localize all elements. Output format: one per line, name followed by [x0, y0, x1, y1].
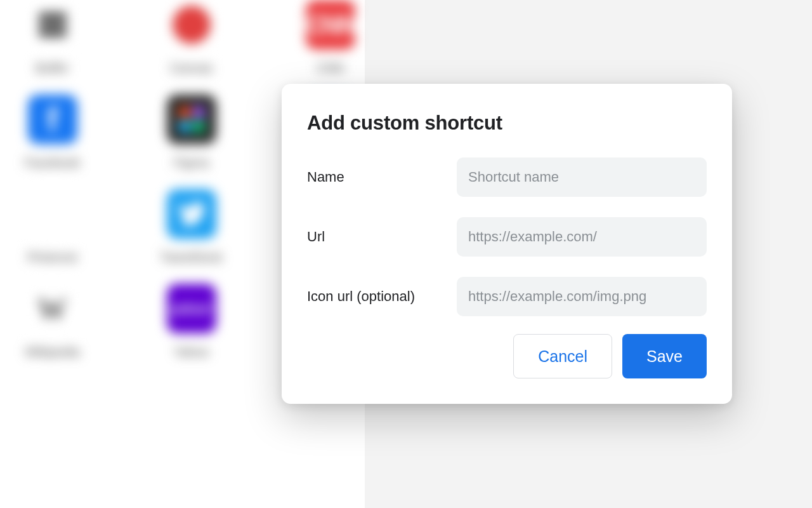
name-input[interactable] [457, 157, 707, 197]
dialog-actions: Cancel Save [307, 334, 707, 378]
field-name: Name [307, 157, 707, 197]
field-icon-url: Icon url (optional) [307, 277, 707, 316]
dialog-title: Add custom shortcut [307, 112, 707, 135]
icon-url-label: Icon url (optional) [307, 288, 457, 305]
save-button[interactable]: Save [622, 334, 707, 378]
name-label: Name [307, 169, 457, 185]
add-shortcut-dialog: Add custom shortcut Name Url Icon url (o… [282, 84, 732, 404]
field-url: Url [307, 217, 707, 257]
url-label: Url [307, 229, 457, 245]
cancel-button[interactable]: Cancel [513, 334, 612, 378]
icon-url-input[interactable] [457, 277, 707, 316]
url-input[interactable] [457, 217, 707, 257]
